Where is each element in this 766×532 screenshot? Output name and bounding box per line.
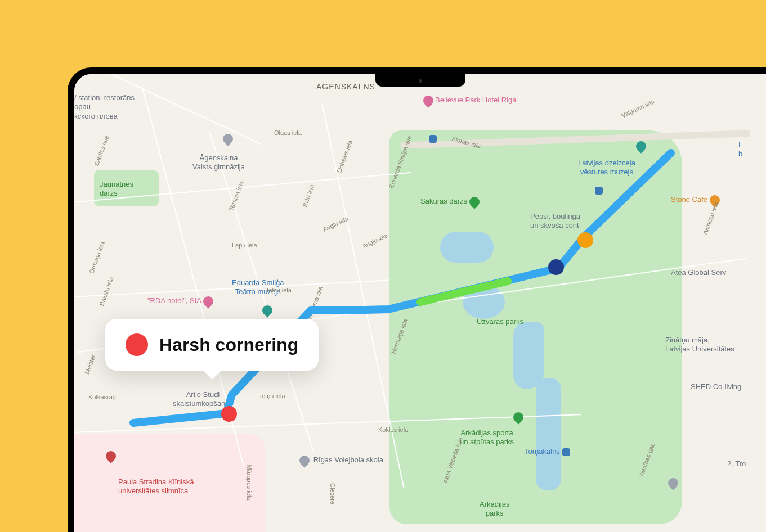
laptop-notch (375, 74, 465, 87)
street-kolkasrag: Kolkasrag (88, 394, 116, 400)
street-kokles: Kokles iela (378, 426, 408, 433)
street-ormanu: Ormaņu iela (88, 241, 106, 274)
school-icon (297, 453, 311, 467)
street-tietnu: tetņu iela (260, 393, 285, 399)
street-akmenu: Akmeņu iela (701, 201, 719, 236)
hotel-icon (201, 294, 215, 308)
river-1 (513, 322, 544, 389)
museum-icon (260, 304, 274, 318)
street-bisu: Bišu iela (301, 183, 315, 208)
street-auglu: Augļu iela (322, 215, 350, 232)
street-marupes: Mārupes iela (246, 465, 253, 501)
poi-stradina[interactable]: Paula Stradiņa Klīniskā universitātes sl… (118, 450, 194, 514)
street-dobeles: Dobeles iela (335, 139, 353, 174)
river-2 (536, 378, 561, 490)
street-ciecere: Ciecere (329, 483, 336, 504)
map-canvas[interactable]: ĀGENSKALNS Bellevue Park Hotel Riga / st… (74, 74, 766, 532)
poi-rda[interactable]: "RDA hotel", SIA (147, 296, 215, 306)
street-balozuiela: Baložu iela (98, 276, 115, 307)
street-melstra: Meistar (83, 354, 97, 375)
outer-frame: ĀGENSKALNS Bellevue Park Hotel Riga / st… (0, 0, 766, 532)
district-label: ĀGENSKALNS (316, 82, 375, 92)
poi-arte[interactable]: Art'e Studi skaistumkopšanas (173, 390, 233, 409)
transit-icon (595, 187, 603, 195)
poi-zinatnu[interactable]: Zinātņu māja, Latvijas Universitātes (665, 317, 734, 372)
poi-volejbola[interactable]: Rīgas Volejbola skola (299, 456, 383, 466)
pond-1 (440, 232, 494, 263)
transit-icon (562, 448, 570, 456)
tooltip-label: Harsh cornering (159, 335, 298, 355)
event-tooltip[interactable]: Harsh cornering (105, 319, 319, 371)
tooltip-dot-icon (126, 333, 148, 356)
poi-pepsi[interactable]: Pepsi, boulinga un skvoša cent (530, 212, 580, 231)
poi-tornakalns[interactable]: Torņakalns (525, 447, 572, 456)
poi-bellevue[interactable]: Bellevue Park Hotel Riga (423, 96, 517, 106)
pond-2 (463, 285, 505, 319)
street-sabiles: Sabīles iela (93, 134, 110, 167)
street-valguma: Valguma iela (620, 98, 655, 119)
poi-dzelzcela[interactable]: Latvijas dzelzceļa vēstures muzejs (578, 140, 635, 204)
poi-lb[interactable]: L b (738, 141, 742, 159)
event-dot-red[interactable] (221, 406, 237, 422)
transit-icon (429, 135, 437, 143)
laptop-screen[interactable]: ĀGENSKALNS Bellevue Park Hotel Riga / st… (74, 74, 766, 532)
event-dot-orange[interactable] (577, 232, 593, 248)
poi-jaunatnes[interactable]: Jaunatnes dārzs (100, 180, 133, 199)
event-dot-navy[interactable] (548, 259, 564, 275)
poi-shed[interactable]: SHED Co-living (691, 382, 741, 391)
school-icon (221, 132, 235, 146)
street-lapu: Lapu iela (232, 242, 257, 249)
hotel-icon (421, 93, 435, 107)
street-auglu2: Augļu iela (361, 232, 389, 249)
laptop-bezel: ĀGENSKALNS Bellevue Park Hotel Riga / st… (68, 67, 766, 532)
poi-tro[interactable]: 2. Tro (727, 459, 746, 468)
poi-uzvaras[interactable]: Uzvaras parks (477, 317, 523, 326)
street-talsu: Talsu iela (266, 287, 292, 294)
park-icon (467, 195, 481, 209)
poi-atea[interactable]: Atea Global Serv (671, 268, 726, 277)
poi-agenskalna[interactable]: Āgenskalna Valsts ģimnāzija (192, 125, 245, 190)
poi-arkadijas-park[interactable]: Arkādijas parks (480, 500, 509, 519)
street-olgas: Olgas iela (274, 129, 302, 136)
poi-station[interactable]: / station, restorāns оран кского плова (74, 93, 135, 121)
poi-arkadijas-sport[interactable]: Arkādijas sporta un atpūtas parks (460, 410, 514, 474)
poi-sakuras[interactable]: Sakuras dārzs (420, 197, 481, 207)
